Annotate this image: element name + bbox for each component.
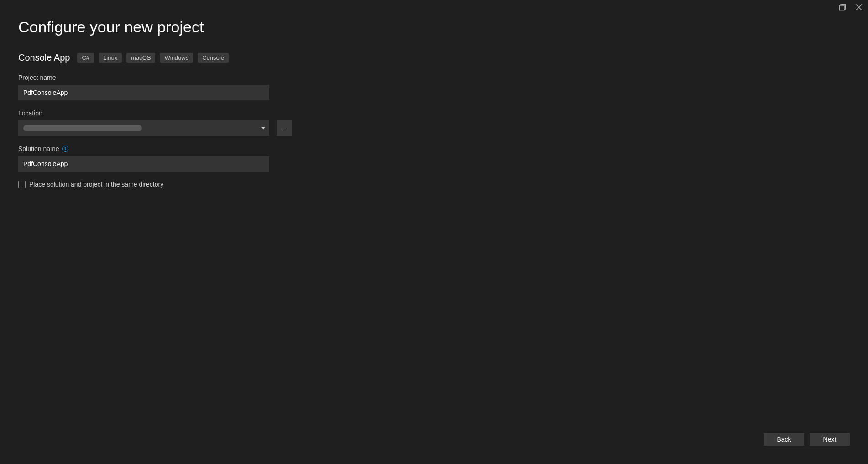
solution-name-label-row: Solution name bbox=[18, 145, 850, 152]
svg-point-3 bbox=[65, 147, 66, 148]
tag-csharp: C# bbox=[77, 53, 94, 63]
tag-windows: Windows bbox=[160, 53, 193, 63]
project-name-input[interactable] bbox=[18, 85, 269, 100]
page-title: Configure your new project bbox=[18, 18, 850, 36]
project-name-label: Project name bbox=[18, 74, 850, 81]
location-label: Location bbox=[18, 109, 850, 117]
project-name-section: Project name bbox=[18, 74, 850, 100]
location-redacted-path bbox=[23, 125, 142, 131]
back-button[interactable]: Back bbox=[764, 433, 804, 446]
template-name: Console App bbox=[18, 52, 70, 63]
next-button[interactable]: Next bbox=[810, 433, 850, 446]
window-title-bar bbox=[833, 0, 868, 15]
tag-macos: macOS bbox=[126, 53, 155, 63]
tag-linux: Linux bbox=[99, 53, 122, 63]
location-combo[interactable] bbox=[18, 120, 269, 136]
solution-name-label: Solution name bbox=[18, 145, 59, 152]
same-directory-label[interactable]: Place solution and project in the same d… bbox=[29, 181, 163, 188]
close-icon[interactable] bbox=[855, 4, 863, 11]
browse-button[interactable]: ... bbox=[277, 120, 292, 136]
tag-console: Console bbox=[198, 53, 229, 63]
svg-rect-4 bbox=[65, 148, 66, 150]
footer: Back Next bbox=[764, 433, 850, 446]
main-content: Configure your new project Console App C… bbox=[0, 0, 868, 188]
solution-name-input[interactable] bbox=[18, 156, 269, 172]
info-icon[interactable] bbox=[62, 146, 68, 152]
maximize-icon[interactable] bbox=[839, 4, 846, 11]
same-directory-row: Place solution and project in the same d… bbox=[18, 181, 850, 188]
template-row: Console App C# Linux macOS Windows Conso… bbox=[18, 52, 850, 63]
svg-rect-0 bbox=[839, 5, 844, 10]
location-section: Location ... bbox=[18, 109, 850, 136]
location-row: ... bbox=[18, 120, 850, 136]
template-tags: C# Linux macOS Windows Console bbox=[77, 53, 229, 63]
chevron-down-icon[interactable] bbox=[261, 127, 265, 130]
same-directory-checkbox[interactable] bbox=[18, 181, 26, 188]
solution-name-section: Solution name bbox=[18, 145, 850, 172]
